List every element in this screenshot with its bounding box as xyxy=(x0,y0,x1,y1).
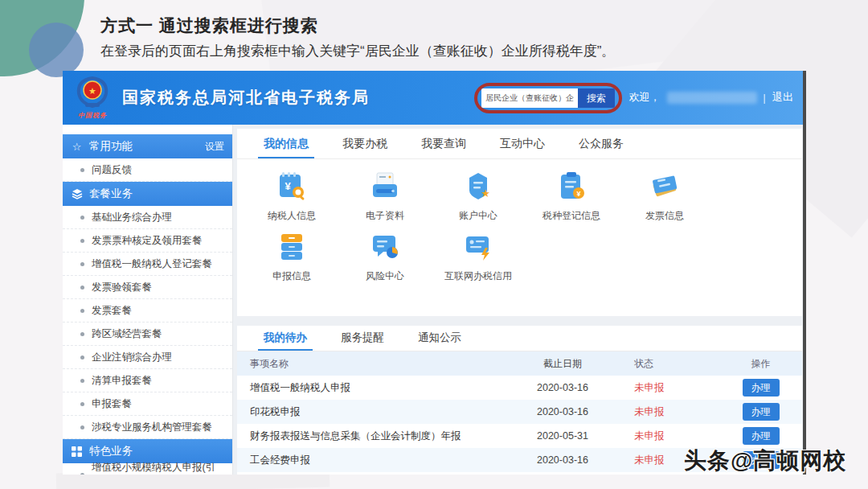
table-row: 印花税申报 2020-03-16 未申报 办理 xyxy=(237,400,802,424)
tab-my-todo[interactable]: 我的待办 xyxy=(247,325,324,351)
decor-teal-circle xyxy=(0,0,84,76)
table-header-row: 事项名称 截止日期 状态 操作 xyxy=(237,351,802,376)
bullet-icon xyxy=(80,239,84,243)
slide-subtitle: 在登录后的页面右上角搜索框中输入关键字“居民企业（查账征收）企业所得税年度”。 xyxy=(100,42,615,60)
site-title: 国家税务总局河北省电子税务局 xyxy=(122,87,370,109)
taxpayer-info-icon: ¥ xyxy=(274,169,309,204)
grid-icon xyxy=(71,446,83,458)
tab-service-reminder[interactable]: 服务提醒 xyxy=(324,325,401,351)
svg-text:★: ★ xyxy=(88,86,96,96)
clipboard-coin-icon: ¥ xyxy=(554,169,589,204)
stack-icon xyxy=(71,188,83,200)
drawers-icon xyxy=(274,229,309,265)
tickets-icon xyxy=(647,169,682,204)
bullet-icon xyxy=(80,216,84,220)
entry-tax-registration-info[interactable]: ¥ 税种登记信息 xyxy=(525,169,618,223)
main-tabbar: 我的信息 我要办税 我要查询 互动中心 公众服务 xyxy=(237,129,802,159)
status-badge: 未申报 xyxy=(623,381,719,395)
emblem-caption: 中国税务 xyxy=(71,111,114,120)
sidebar-item-deregistration[interactable]: 企业注销综合办理 xyxy=(63,346,232,369)
risk-bubble-icon xyxy=(367,229,403,265)
sidebar-item-declaration-package[interactable]: 申报套餐 xyxy=(63,392,232,416)
tab-interaction-center[interactable]: 互动中心 xyxy=(483,128,562,158)
entry-taxpayer-info[interactable]: ¥ 纳税人信息 xyxy=(245,169,338,223)
todo-tabbar: 我的待办 服务提醒 通知公示 xyxy=(237,326,802,351)
credit-card-lightning-icon xyxy=(461,229,496,265)
sidebar-section-label: 特色业务 xyxy=(89,444,133,458)
username-blurred xyxy=(667,92,757,104)
emblem-icon: ★ xyxy=(74,74,111,109)
bullet-icon xyxy=(80,309,84,313)
tax-bureau-emblem: ★ 中国税务 xyxy=(71,74,114,120)
sidebar-item-basic-business[interactable]: 基础业务综合办理 xyxy=(63,206,232,229)
tab-tax-handling[interactable]: 我要办税 xyxy=(326,128,404,158)
svg-text:¥: ¥ xyxy=(576,190,580,198)
bullet-icon xyxy=(80,355,84,360)
svg-text:¥: ¥ xyxy=(285,180,291,192)
sidebar-item-liquidation[interactable]: 清算申报套餐 xyxy=(63,369,232,392)
entry-invoice-info[interactable]: 发票信息 xyxy=(618,169,711,223)
badge-star-icon: ★ xyxy=(461,169,496,204)
bullet-icon xyxy=(80,425,84,429)
bullet-icon xyxy=(80,262,84,266)
status-badge: 未申报 xyxy=(623,429,719,443)
tab-my-info[interactable]: 我的信息 xyxy=(247,128,326,158)
tab-inquiry[interactable]: 我要查询 xyxy=(404,128,483,158)
sidebar-item-invoice-collection[interactable]: 发票验领套餐 xyxy=(63,276,232,299)
slide-title: 方式一 通过搜索框进行搜索 xyxy=(100,14,318,37)
entry-account-center[interactable]: ★ 账户中心 xyxy=(432,169,525,223)
sidebar-item-cross-region[interactable]: 跨区域经营套餐 xyxy=(63,323,232,346)
sidebar-section-label: 套餐业务 xyxy=(89,187,133,201)
printer-icon xyxy=(367,169,403,204)
watermark: 头条@高顿网校 xyxy=(684,446,846,476)
svg-text:★: ★ xyxy=(481,187,490,199)
handle-button[interactable]: 办理 xyxy=(743,379,780,397)
entry-risk-center[interactable]: 风险中心 xyxy=(338,229,432,283)
settings-link[interactable]: 设置 xyxy=(205,140,224,154)
tax-site-screenshot: ★ 中国税务 国家税务总局河北省电子税务局 搜索 欢迎， | 退出 ☆ 常用功能… xyxy=(63,71,806,475)
welcome-label: 欢迎， xyxy=(629,90,661,105)
entry-electronic-documents[interactable]: 电子资料 xyxy=(338,169,432,223)
bullet-icon xyxy=(80,286,84,290)
tab-notice[interactable]: 通知公示 xyxy=(401,325,478,351)
quick-entry-grid: ¥ 纳税人信息 电子资料 ★ 账户中心 ¥ 税种登记信息 xyxy=(237,159,802,290)
handle-button[interactable]: 办理 xyxy=(743,403,780,421)
sidebar-section-package-services[interactable]: 套餐业务 xyxy=(63,182,232,206)
sidebar-item-tax-service-agency[interactable]: 涉税专业服务机构管理套餐 xyxy=(63,416,232,439)
sidebar-item-invoice-type[interactable]: 发票票种核定及领用套餐 xyxy=(63,229,232,253)
sidebar-item-feedback[interactable]: 问题反馈 xyxy=(63,158,232,182)
entry-declaration-info[interactable]: 申报信息 xyxy=(245,229,338,283)
bullet-icon xyxy=(80,402,84,406)
tab-public-service[interactable]: 公众服务 xyxy=(562,128,641,158)
star-icon: ☆ xyxy=(71,141,83,153)
sidebar-item-small-scale-vat[interactable]: 增值税小规模纳税人申报(引导式) xyxy=(63,463,232,475)
search-button[interactable]: 搜索 xyxy=(578,88,615,108)
sidebar-item-vat-general-taxpayer[interactable]: 增值税一般纳税人登记套餐 xyxy=(63,253,232,276)
sidebar-item-invoice-package[interactable]: 发票套餐 xyxy=(63,299,232,323)
sidebar-section-special-services[interactable]: 特色业务 xyxy=(63,439,232,463)
search-highlight-annotation: 搜索 xyxy=(474,83,622,113)
handle-button[interactable]: 办理 xyxy=(743,427,780,445)
logout-link[interactable]: 退出 xyxy=(772,90,793,105)
search-input[interactable] xyxy=(481,88,578,108)
info-panel: 我的信息 我要办税 我要查询 互动中心 公众服务 ¥ 纳税人信息 电子资料 xyxy=(237,129,802,316)
entry-internet-tax-credit[interactable]: 互联网办税信用 xyxy=(432,229,525,283)
header-divider: | xyxy=(764,92,766,104)
decor-blue-circle xyxy=(29,23,84,77)
bullet-icon xyxy=(80,379,84,383)
table-row: 增值税一般纳税人申报 2020-03-16 未申报 办理 xyxy=(237,376,802,400)
table-row: 财务报表报送与信息采集（企业会计制度）年报 2020-05-31 未申报 办理 xyxy=(237,424,802,448)
bullet-icon xyxy=(80,168,84,172)
site-header: ★ 中国税务 国家税务总局河北省电子税务局 搜索 欢迎， | 退出 xyxy=(63,71,803,125)
sidebar-section-label: 常用功能 xyxy=(89,139,133,154)
bullet-icon xyxy=(80,473,84,475)
sidebar-section-common-functions[interactable]: ☆ 常用功能 设置 xyxy=(63,134,232,158)
sidebar: ☆ 常用功能 设置 问题反馈 套餐业务 基础业务综合办理 发票票种核定及领用套餐… xyxy=(63,125,233,475)
status-badge: 未申报 xyxy=(623,405,719,419)
bullet-icon xyxy=(80,332,84,336)
